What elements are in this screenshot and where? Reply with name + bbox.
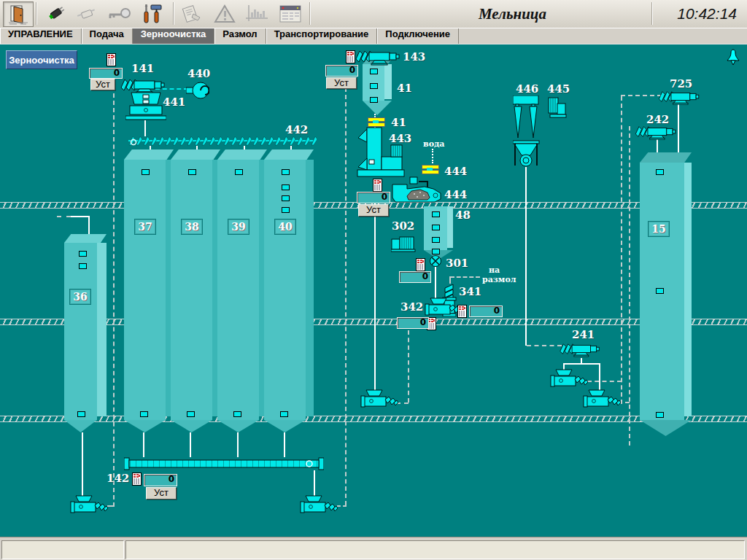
silo-39-outlet (217, 420, 259, 432)
silo-37-number: 37 (134, 219, 156, 235)
feeder-bottom-right[interactable] (300, 495, 338, 514)
alarm-bell-icon[interactable] (724, 48, 743, 70)
calc-icon-301[interactable] (416, 258, 425, 271)
set-button-143[interactable]: Уст (326, 77, 357, 89)
label-143: 143 (403, 50, 425, 63)
flow-line (237, 432, 239, 457)
status-bar (0, 537, 747, 560)
flow-line (284, 432, 285, 457)
label-242: 242 (646, 113, 669, 126)
silo-37[interactable] (124, 160, 166, 420)
tab-podklyuchenie[interactable]: Подключение (377, 28, 459, 44)
value-box-142[interactable]: 0 (144, 474, 177, 486)
journal-button[interactable] (178, 1, 207, 26)
key-icon (107, 4, 132, 24)
cyclone-446[interactable] (513, 96, 541, 168)
silo-39[interactable] (217, 160, 259, 420)
washer-444[interactable] (391, 176, 444, 203)
level-sensor (370, 97, 378, 103)
app-window: Мельница 10:42:14 УПРАВЛЕНИЕ Подача Зерн… (0, 0, 747, 560)
water-dots (432, 149, 433, 163)
value-box-444[interactable]: 0 (357, 192, 390, 203)
slide-valve-444-gate (427, 168, 433, 171)
feeder-center[interactable] (360, 389, 398, 408)
tab-upravlenie[interactable]: УПРАВЛЕНИЕ (0, 28, 82, 44)
level-sensor (79, 251, 87, 257)
screw-feeder-143[interactable] (355, 47, 401, 66)
route-dash-line (527, 345, 562, 346)
feeder-bottom-left[interactable] (70, 495, 108, 514)
screen-title-button[interactable]: Зерноочистка (6, 50, 77, 69)
flow-line (435, 267, 436, 298)
chain-conveyor-142[interactable] (124, 457, 324, 470)
value-box-341[interactable]: 0 (469, 306, 503, 317)
connect-button[interactable] (41, 1, 70, 26)
screw-feeder-241[interactable] (559, 341, 601, 358)
calc-icon-341[interactable] (457, 305, 467, 318)
fan-440[interactable] (186, 79, 209, 102)
calc-icon-444[interactable] (373, 179, 382, 192)
service-button[interactable] (137, 1, 166, 26)
toolbar-separator (309, 2, 310, 25)
level-sensor (188, 169, 196, 175)
exit-button[interactable] (3, 1, 34, 27)
toolbar-separator (36, 2, 36, 25)
journal-icon (181, 4, 204, 24)
set-button-142[interactable]: Уст (146, 487, 177, 499)
tab-zernoochistka[interactable]: Зерноочистка (133, 28, 215, 44)
level-sensor (142, 169, 150, 175)
slide-valve-41-gate (373, 120, 379, 123)
route-dash-line (57, 216, 71, 217)
silo-39-top (217, 149, 267, 160)
level-sensor (432, 249, 440, 254)
set-button-444[interactable]: Уст (358, 204, 389, 217)
motor-302[interactable] (391, 234, 417, 253)
key-button[interactable] (105, 1, 134, 26)
reports-button[interactable] (276, 1, 305, 26)
label-342: 342 (400, 300, 423, 314)
level-sensor (656, 288, 664, 294)
calc-icon-142[interactable] (132, 472, 142, 486)
set-button-141[interactable]: Уст (90, 79, 115, 90)
bin-48-side (447, 206, 453, 248)
level-sensor (235, 169, 243, 175)
calc-icon-141[interactable] (107, 53, 116, 66)
separator-441[interactable] (125, 91, 166, 120)
clock: 10:42:14 (657, 5, 737, 23)
tab-transportirovanie[interactable]: Транспортирование (266, 28, 378, 44)
silo-40-side (306, 160, 314, 416)
level-sensor (187, 411, 195, 417)
feeder-241b[interactable] (583, 389, 621, 408)
trends-button[interactable] (242, 1, 271, 26)
level-sensor (370, 83, 378, 89)
feeder-241a[interactable] (550, 369, 588, 388)
label-443: 443 (389, 132, 411, 145)
tab-razmol[interactable]: Размол (214, 28, 266, 44)
valve-301[interactable] (429, 255, 442, 268)
value-box-141[interactable]: 0 (89, 68, 123, 79)
report-table-icon (278, 4, 303, 24)
silo-36[interactable] (64, 243, 97, 420)
alarms-button[interactable] (210, 1, 239, 26)
silo-40-outlet (264, 420, 306, 432)
route-dash-line (621, 95, 662, 96)
value-box-301[interactable]: 0 (399, 271, 431, 283)
flow-line (678, 104, 679, 152)
flow-line (88, 216, 90, 236)
level-sensor (282, 184, 290, 190)
silo-36-outlet (64, 420, 97, 432)
tab-podacha[interactable]: Подача (82, 28, 133, 44)
silo-38[interactable] (171, 160, 212, 420)
value-box-342[interactable]: 0 (397, 317, 429, 329)
exit-door-icon (7, 4, 29, 25)
level-sensor (656, 169, 664, 175)
window-title: Мельница (434, 5, 591, 23)
value-box-143[interactable]: 0 (325, 65, 358, 77)
bin-41-side (384, 64, 392, 99)
motor-445[interactable] (548, 97, 568, 119)
toolbar-separator (651, 2, 652, 25)
screw-feeder-725[interactable] (657, 88, 701, 106)
level-sensor (370, 69, 378, 74)
screw-conveyor-442[interactable] (128, 135, 317, 147)
disconnect-button[interactable] (73, 1, 102, 26)
